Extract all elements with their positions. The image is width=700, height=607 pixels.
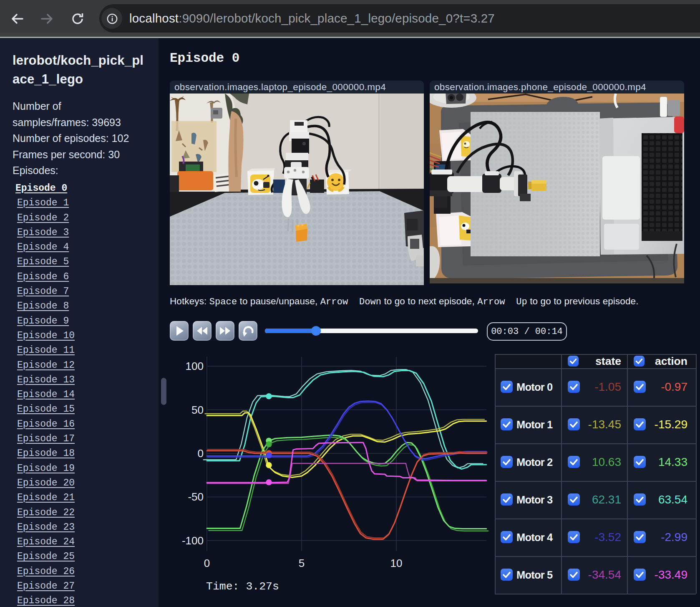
svg-text:0: 0 <box>198 447 204 460</box>
svg-text:10: 10 <box>390 557 403 569</box>
svg-text:100: 100 <box>186 360 204 372</box>
svg-text:-50: -50 <box>188 491 204 503</box>
svg-text:-100: -100 <box>182 534 204 547</box>
svg-text:5: 5 <box>299 557 305 569</box>
svg-text:0: 0 <box>204 557 210 569</box>
svg-text:50: 50 <box>191 404 204 416</box>
